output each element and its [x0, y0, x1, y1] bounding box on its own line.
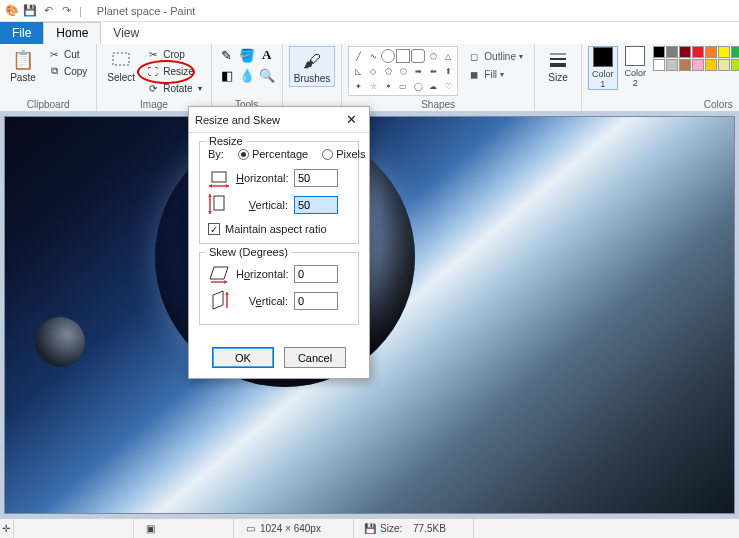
shape-diamond[interactable]: ◇ [366, 64, 380, 78]
cut-button[interactable]: ✂Cut [44, 46, 90, 62]
shape-rtriangle[interactable]: ◺ [351, 64, 365, 78]
paste-button[interactable]: 📋 Paste [6, 46, 40, 85]
shape-triangle[interactable]: △ [441, 49, 455, 63]
resize-vertical-input[interactable] [294, 196, 338, 214]
crop-icon: ✂ [146, 49, 160, 60]
svg-marker-10 [208, 194, 212, 197]
outline-button[interactable]: ◻Outline▾ [464, 48, 526, 64]
tab-home[interactable]: Home [43, 22, 101, 44]
shape-arrowl[interactable]: ⬅ [426, 64, 440, 78]
svg-marker-12 [210, 267, 228, 279]
shape-roundrect[interactable] [411, 49, 425, 63]
eraser-tool[interactable]: ◧ [218, 66, 236, 84]
by-label: By: [208, 148, 224, 160]
skew-v-label: Vertical: [236, 295, 288, 307]
picker-tool[interactable]: 💧 [238, 66, 256, 84]
dialog-titlebar[interactable]: Resize and Skew ✕ [189, 107, 369, 133]
color-swatch[interactable] [705, 46, 717, 58]
group-colors: Color 1 Color 2 Edit Colors Edit Paint C… [582, 44, 739, 111]
size-button[interactable]: Size [541, 46, 575, 85]
color-swatch[interactable] [692, 46, 704, 58]
selection-size: ▣ [134, 519, 234, 538]
skew-legend: Skew (Degrees) [206, 246, 291, 258]
dialog-title: Resize and Skew [195, 114, 280, 126]
shape-star4[interactable]: ✦ [351, 79, 365, 93]
svg-rect-8 [214, 196, 224, 210]
brushes-button[interactable]: 🖌 Brushes [289, 46, 336, 87]
color1-button[interactable]: Color 1 [588, 46, 618, 90]
save-icon[interactable]: 💾 [22, 3, 38, 19]
colors-group-label: Colors [588, 99, 739, 111]
color-swatch[interactable] [653, 59, 665, 71]
svg-rect-4 [212, 172, 226, 182]
color2-swatch [625, 46, 645, 66]
shape-oval[interactable] [381, 49, 395, 63]
color-swatch[interactable] [679, 46, 691, 58]
maintain-label: Maintain aspect ratio [225, 223, 327, 235]
shape-callout[interactable]: ▭ [396, 79, 410, 93]
shape-cloud[interactable]: ☁ [426, 79, 440, 93]
skew-horizontal-input[interactable] [294, 265, 338, 283]
shape-pentagon[interactable]: ⬠ [381, 64, 395, 78]
color-swatch[interactable] [653, 46, 665, 58]
radio-pixels[interactable]: Pixels [322, 148, 365, 160]
shape-rect[interactable] [396, 49, 410, 63]
color-swatch[interactable] [679, 59, 691, 71]
separator: | [79, 5, 82, 17]
color-swatch[interactable] [731, 59, 739, 71]
copy-icon: ⧉ [47, 65, 61, 77]
redo-icon[interactable]: ↷ [58, 3, 74, 19]
skew-vertical-input[interactable] [294, 292, 338, 310]
resize-icon: ⛶ [146, 66, 160, 77]
copy-button[interactable]: ⧉Copy [44, 63, 90, 79]
tab-view[interactable]: View [101, 22, 151, 44]
cancel-button[interactable]: Cancel [284, 347, 346, 368]
color-swatch[interactable] [731, 46, 739, 58]
skew-h-label: Horizontal: [236, 268, 288, 280]
fill-button[interactable]: ◼Fill▾ [464, 66, 526, 82]
canvas-dimensions: ▭1024 × 640px [234, 519, 354, 538]
shape-curve[interactable]: ∿ [366, 49, 380, 63]
shape-callout2[interactable]: ◯ [411, 79, 425, 93]
color-swatch[interactable] [666, 59, 678, 71]
tab-file[interactable]: File [0, 22, 43, 44]
text-tool[interactable]: A [258, 46, 276, 64]
pencil-tool[interactable]: ✎ [218, 46, 236, 64]
color2-button[interactable]: Color 2 [622, 46, 650, 88]
shapes-gallery[interactable]: ╱ ∿ ⬠ △ ◺ ◇ ⬠ ⬡ ➡ ⬅ ⬆ ✦ ☆ ✶ [348, 46, 458, 96]
zoom-tool[interactable]: 🔍 [258, 66, 276, 84]
svg-marker-7 [226, 184, 229, 188]
resize-h-icon [208, 166, 230, 190]
radio-percentage[interactable]: Percentage [238, 148, 308, 160]
cursor-pos-icon: ✛ [0, 519, 14, 538]
color-swatch[interactable] [705, 59, 717, 71]
maintain-aspect-checkbox[interactable]: ✓ Maintain aspect ratio [208, 223, 350, 235]
close-icon[interactable]: ✕ [339, 111, 363, 129]
ok-button[interactable]: OK [212, 347, 274, 368]
group-clipboard: 📋 Paste ✂Cut ⧉Copy Clipboard [0, 44, 97, 111]
resize-skew-dialog: Resize and Skew ✕ Resize By: Percentage … [188, 106, 370, 379]
rotate-icon: ⟳ [146, 83, 160, 94]
shape-heart[interactable]: ♡ [441, 79, 455, 93]
resize-horizontal-input[interactable] [294, 169, 338, 187]
moon-graphic [35, 317, 85, 367]
shape-star5[interactable]: ☆ [366, 79, 380, 93]
select-button[interactable]: Select [103, 46, 139, 85]
selection-icon: ▣ [144, 523, 156, 535]
shape-star6[interactable]: ✶ [381, 79, 395, 93]
ribbon: 📋 Paste ✂Cut ⧉Copy Clipboard Select ✂Cro… [0, 44, 739, 112]
shape-polygon[interactable]: ⬠ [426, 49, 440, 63]
cursor-pos [14, 519, 134, 538]
color-swatch[interactable] [718, 46, 730, 58]
undo-icon[interactable]: ↶ [40, 3, 56, 19]
color-swatch[interactable] [692, 59, 704, 71]
shape-hexagon[interactable]: ⬡ [396, 64, 410, 78]
shape-arrowr[interactable]: ➡ [411, 64, 425, 78]
shape-arrowu[interactable]: ⬆ [441, 64, 455, 78]
color-swatch[interactable] [666, 46, 678, 58]
shape-line[interactable]: ╱ [351, 49, 365, 63]
clipboard-group-label: Clipboard [6, 99, 90, 111]
resize-button[interactable]: ⛶Resize [143, 63, 204, 79]
color-swatch[interactable] [718, 59, 730, 71]
fill-tool[interactable]: 🪣 [238, 46, 256, 64]
